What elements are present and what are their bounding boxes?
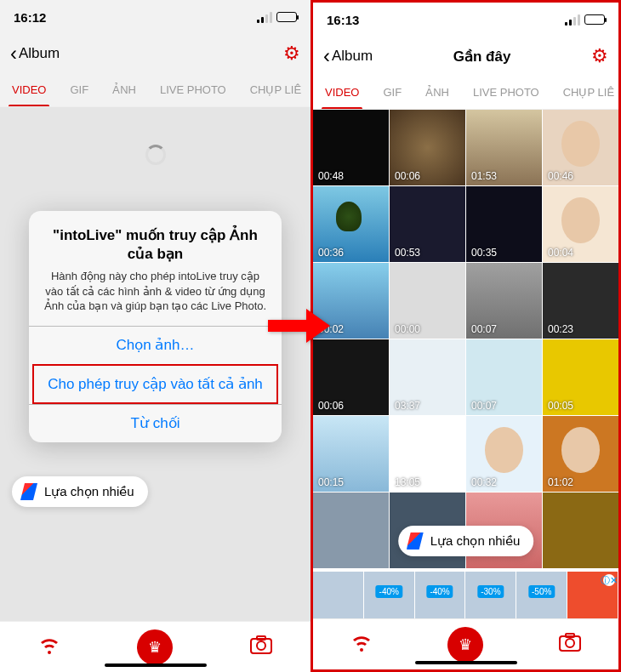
- video-thumbnail[interactable]: 00:04: [543, 186, 618, 262]
- status-time: 16:12: [14, 10, 46, 25]
- video-thumbnail[interactable]: 00:46: [543, 110, 618, 185]
- back-label: Album: [332, 48, 373, 65]
- video-thumbnail[interactable]: 00:35: [466, 186, 542, 262]
- tab-chup[interactable]: CHỤP LIÊ: [551, 76, 618, 110]
- tab-video[interactable]: VIDEO: [0, 73, 58, 107]
- phone-right: 16:13 ‹ Album Gần đây ⚙ VIDEO GIF ẢNH LI…: [310, 0, 621, 672]
- status-bar: 16:13: [313, 3, 618, 37]
- back-button[interactable]: ‹ Album: [10, 43, 60, 64]
- alert-allow-all-button[interactable]: Cho phép truy cập vào tất cả ảnh: [32, 364, 278, 404]
- video-duration: 00:06: [318, 400, 344, 412]
- video-duration: 00:06: [395, 170, 420, 182]
- video-duration: 00:00: [395, 323, 420, 335]
- alert-message: Hành động này cho phép intoLive truy cập…: [43, 269, 268, 314]
- annotation-arrow: [264, 305, 332, 350]
- video-duration: 13:05: [395, 476, 420, 488]
- video-thumbnail[interactable]: 00:06: [313, 339, 389, 415]
- ad-badge: -40%: [426, 585, 453, 598]
- home-indicator[interactable]: [415, 661, 517, 664]
- video-duration: 00:35: [471, 247, 497, 259]
- video-thumbnail[interactable]: 00:07: [466, 339, 542, 415]
- video-duration: 00:32: [471, 476, 497, 488]
- ad-item[interactable]: ⓘ✕: [567, 572, 618, 618]
- svg-point-4: [566, 639, 574, 647]
- status-indicators: [257, 12, 297, 23]
- ad-badge: -30%: [477, 585, 504, 598]
- crown-icon: ♛: [148, 638, 162, 657]
- camera-button[interactable]: [559, 633, 581, 657]
- ad-item[interactable]: -30%: [465, 572, 516, 618]
- tab-gif[interactable]: GIF: [58, 73, 100, 107]
- video-thumbnail[interactable]: 00:00: [390, 263, 465, 339]
- gear-icon: ⚙: [591, 45, 608, 66]
- video-thumbnail[interactable]: 00:36: [313, 186, 389, 262]
- chevron-left-icon: ‹: [323, 46, 330, 66]
- video-thumbnail[interactable]: 01:53: [466, 110, 542, 185]
- multi-select-icon: [20, 483, 37, 500]
- arrow-right-icon: [264, 305, 332, 347]
- tab-video[interactable]: VIDEO: [313, 76, 371, 110]
- pill-label: Lựa chọn nhiều: [430, 533, 521, 549]
- alert-title: "intoLive" muốn truy cập Ảnh của bạn: [43, 226, 268, 264]
- permission-alert: "intoLive" muốn truy cập Ảnh của bạn Hàn…: [29, 211, 282, 442]
- pill-label: Lựa chọn nhiều: [44, 484, 134, 499]
- tab-image[interactable]: ẢNH: [100, 73, 148, 107]
- wifi-button[interactable]: [350, 633, 373, 657]
- battery-icon: [276, 12, 297, 22]
- video-thumbnail[interactable]: 00:23: [543, 263, 618, 339]
- ad-strip[interactable]: -40% -40% -30% -50% ⓘ✕: [313, 572, 618, 618]
- tab-livephoto[interactable]: LIVE PHOTO: [148, 73, 238, 107]
- bottom-bar: ♛: [0, 621, 310, 672]
- video-thumbnail[interactable]: 00:53: [390, 186, 465, 262]
- signal-icon: [565, 14, 580, 26]
- video-duration: 00:15: [318, 476, 344, 488]
- tab-chup[interactable]: CHỤP LIÊ: [238, 73, 310, 107]
- video-thumbnail[interactable]: 00:32: [466, 416, 542, 492]
- back-button[interactable]: ‹ Album: [323, 46, 373, 66]
- video-thumbnail[interactable]: 00:06: [390, 110, 465, 185]
- settings-button[interactable]: ⚙: [591, 45, 608, 67]
- home-indicator[interactable]: [105, 663, 207, 667]
- video-duration: 00:07: [471, 400, 497, 412]
- settings-button[interactable]: ⚙: [283, 43, 300, 65]
- wifi-button[interactable]: [38, 635, 60, 659]
- status-indicators: [565, 14, 605, 26]
- ad-badge: -50%: [528, 585, 555, 598]
- video-thumbnail[interactable]: 00:15: [313, 416, 389, 492]
- video-duration: 01:53: [471, 170, 497, 182]
- ad-close-icon[interactable]: ⓘ✕: [603, 574, 615, 586]
- crown-icon: ♛: [459, 635, 472, 654]
- tab-gif[interactable]: GIF: [371, 76, 413, 110]
- tab-livephoto[interactable]: LIVE PHOTO: [461, 76, 551, 110]
- video-thumbnail[interactable]: 00:05: [543, 339, 618, 415]
- video-duration: 00:07: [471, 323, 497, 335]
- ad-item[interactable]: -40%: [364, 572, 415, 618]
- tab-image[interactable]: ẢNH: [413, 76, 461, 110]
- video-duration: 00:05: [548, 400, 573, 412]
- video-duration: 00:48: [318, 170, 344, 182]
- video-thumbnail[interactable]: 03:37: [390, 339, 465, 415]
- video-thumbnail[interactable]: [313, 493, 389, 568]
- ad-item[interactable]: -50%: [516, 572, 567, 618]
- video-thumbnail[interactable]: 01:02: [543, 416, 618, 492]
- video-thumbnail[interactable]: 00:07: [466, 263, 542, 339]
- video-thumbnail[interactable]: 13:05: [390, 416, 465, 492]
- tabs: VIDEO GIF ẢNH LIVE PHOTO CHỤP LIÊ: [0, 73, 310, 107]
- wifi-icon: [38, 635, 60, 654]
- video-thumbnail[interactable]: 00:48: [313, 110, 389, 185]
- bottom-bar: ♛: [313, 618, 618, 669]
- ad-item[interactable]: -40%: [415, 572, 466, 618]
- wifi-icon: [350, 633, 373, 652]
- crown-button[interactable]: ♛: [447, 627, 483, 663]
- ad-item[interactable]: [313, 572, 364, 618]
- multi-select-pill[interactable]: Lựa chọn nhiều: [398, 526, 534, 556]
- video-thumbnail[interactable]: [543, 493, 618, 568]
- alert-deny-button[interactable]: Từ chối: [29, 404, 282, 442]
- multi-select-pill[interactable]: Lựa chọn nhiều: [12, 476, 148, 507]
- alert-select-photos-button[interactable]: Chọn ảnh…: [29, 326, 282, 364]
- camera-button[interactable]: [250, 635, 272, 659]
- loading-spinner: [145, 145, 166, 165]
- crown-button[interactable]: ♛: [137, 629, 173, 665]
- video-duration: 00:36: [318, 247, 344, 259]
- video-duration: 00:23: [548, 323, 573, 335]
